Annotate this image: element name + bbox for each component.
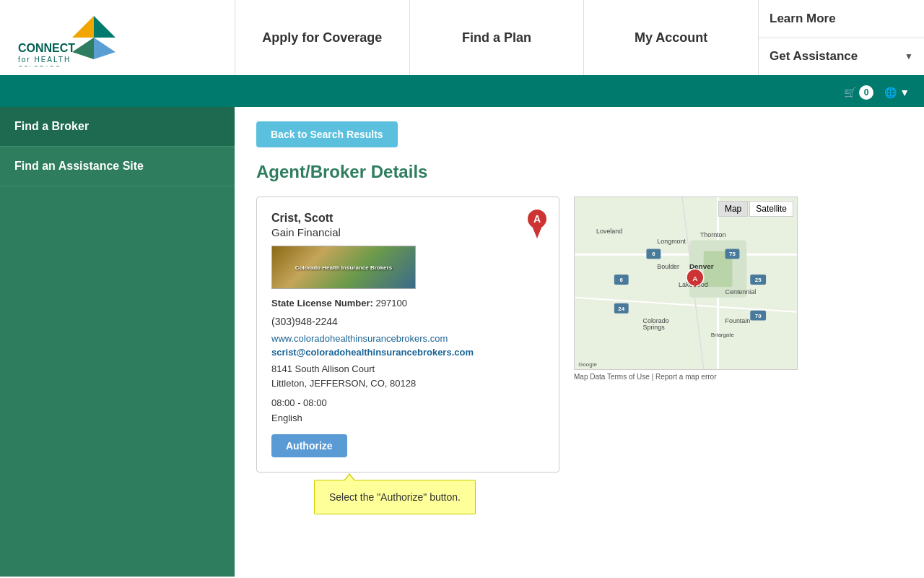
nav-account[interactable]: My Account bbox=[583, 0, 758, 75]
svg-text:A: A bbox=[692, 275, 697, 282]
svg-text:Google: Google bbox=[578, 361, 597, 368]
svg-text:6: 6 bbox=[620, 277, 624, 283]
svg-text:A: A bbox=[533, 213, 541, 225]
svg-text:Centennial: Centennial bbox=[725, 288, 757, 296]
cart-count: 0 bbox=[859, 85, 873, 100]
broker-phone: (303)948-2244 bbox=[271, 316, 544, 327]
license-number: 297100 bbox=[376, 298, 407, 309]
top-navigation: CONNECT for HEALTH COLORADO Apply for Co… bbox=[0, 0, 924, 78]
cart-button[interactable]: 🛒 0 bbox=[844, 85, 873, 100]
nav-assistance[interactable]: Get Assistance ▼ bbox=[759, 38, 924, 76]
page-title: Agent/Broker Details bbox=[256, 162, 902, 182]
language-selector[interactable]: 🌐 ▼ bbox=[884, 87, 910, 98]
svg-text:Boulder: Boulder bbox=[657, 263, 679, 270]
broker-name: Crist, Scott bbox=[271, 212, 544, 225]
svg-text:COLORADO: COLORADO bbox=[18, 64, 61, 66]
broker-company: Gain Financial bbox=[271, 226, 544, 238]
tooltip-text: Select the "Authorize" button. bbox=[329, 491, 461, 503]
nav-apply[interactable]: Apply for Coverage bbox=[235, 0, 409, 75]
svg-text:Thornton: Thornton bbox=[700, 231, 726, 238]
svg-text:CONNECT: CONNECT bbox=[18, 42, 75, 54]
svg-text:25: 25 bbox=[755, 277, 762, 283]
sidebar: Find a Broker Find an Assistance Site bbox=[0, 107, 235, 577]
svg-text:70: 70 bbox=[755, 313, 762, 319]
map-btn[interactable]: Map bbox=[718, 201, 748, 217]
authorize-button[interactable]: Authorize bbox=[271, 434, 347, 457]
broker-image: Colorado Health Insurance Brokers bbox=[271, 246, 416, 289]
logo-area: CONNECT for HEALTH COLORADO bbox=[0, 0, 235, 75]
tooltip-wrap: Select the "Authorize" button. bbox=[256, 480, 902, 514]
nav-right: Learn More Get Assistance ▼ bbox=[758, 0, 924, 75]
cart-icon: 🛒 bbox=[844, 87, 856, 98]
main-layout: Find a Broker Find an Assistance Site Ba… bbox=[0, 107, 924, 577]
sub-navigation: 🛒 0 🌐 ▼ bbox=[0, 78, 924, 107]
map-container[interactable]: Map Satellite bbox=[574, 197, 798, 370]
broker-map-pin-icon: A bbox=[526, 208, 548, 237]
broker-card: A Crist, Scott Gain Financial Colorado H… bbox=[256, 197, 559, 473]
address-line2: Littleton, JEFFERSON, CO, 80128 bbox=[271, 376, 544, 391]
broker-hours: 08:00 - 08:00 bbox=[271, 397, 544, 408]
satellite-btn[interactable]: Satellite bbox=[749, 201, 793, 217]
address-line1: 8141 South Allison Court bbox=[271, 362, 544, 376]
content-area: Back to Search Results Agent/Broker Deta… bbox=[235, 107, 924, 577]
language-arrow-icon: ▼ bbox=[899, 87, 910, 98]
svg-marker-2 bbox=[94, 38, 116, 59]
detail-section: A Crist, Scott Gain Financial Colorado H… bbox=[256, 197, 902, 473]
license-line: State License Number: 297100 bbox=[271, 298, 544, 309]
map-area: Map Satellite bbox=[574, 197, 798, 473]
site-logo: CONNECT for HEALTH COLORADO bbox=[14, 9, 173, 66]
broker-language: English bbox=[271, 413, 544, 423]
svg-text:Colorado: Colorado bbox=[643, 317, 669, 324]
nav-learn[interactable]: Learn More bbox=[759, 0, 924, 38]
sidebar-item-find-assistance[interactable]: Find an Assistance Site bbox=[0, 147, 235, 186]
svg-text:6: 6 bbox=[652, 251, 655, 257]
svg-text:for HEALTH: for HEALTH bbox=[18, 56, 71, 64]
svg-text:Springs: Springs bbox=[643, 324, 666, 331]
map-controls: Map Satellite bbox=[718, 201, 793, 217]
svg-marker-0 bbox=[94, 16, 116, 38]
nav-plan[interactable]: Find a Plan bbox=[409, 0, 584, 75]
dropdown-arrow-icon: ▼ bbox=[905, 51, 913, 61]
globe-icon: 🌐 bbox=[884, 87, 897, 98]
license-label: State License Number: bbox=[271, 298, 373, 309]
broker-website: www.coloradohealthinsurancebrokers.com bbox=[271, 333, 544, 344]
broker-image-text: Colorado Health Insurance Brokers bbox=[295, 264, 392, 271]
svg-text:Fountain: Fountain bbox=[725, 317, 751, 324]
svg-text:Briargate: Briargate bbox=[711, 332, 735, 338]
svg-text:75: 75 bbox=[729, 251, 736, 257]
map-image: 75 6 25 70 6 24 Loveland Longmont bbox=[575, 197, 797, 369]
broker-email: scrist@coloradohealthinsurancebrokers.co… bbox=[271, 347, 544, 358]
back-to-search-button[interactable]: Back to Search Results bbox=[256, 121, 398, 147]
svg-marker-9 bbox=[532, 226, 542, 238]
svg-marker-3 bbox=[72, 38, 94, 59]
main-nav: Apply for Coverage Find a Plan My Accoun… bbox=[235, 0, 758, 75]
map-footer: Map Data Terms of Use | Report a map err… bbox=[574, 373, 798, 381]
authorize-tooltip: Select the "Authorize" button. bbox=[314, 480, 476, 514]
svg-marker-1 bbox=[72, 16, 94, 38]
sidebar-item-find-broker[interactable]: Find a Broker bbox=[0, 107, 235, 147]
broker-address: 8141 South Allison Court Littleton, JEFF… bbox=[271, 362, 544, 390]
svg-text:24: 24 bbox=[618, 306, 624, 312]
svg-text:Longmont: Longmont bbox=[657, 238, 686, 245]
svg-text:Loveland: Loveland bbox=[596, 228, 622, 235]
